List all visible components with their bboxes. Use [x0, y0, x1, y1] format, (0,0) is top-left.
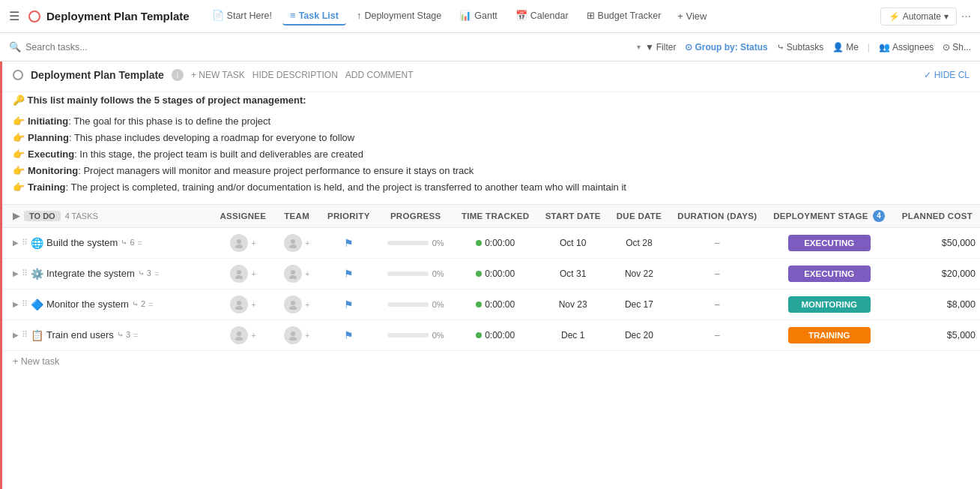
- tab-calendar[interactable]: 📅 Calendar: [508, 7, 576, 26]
- task-name-cell: ▶ ⠿ ⚙️ Integrate the system ⤷ 3 =: [2, 258, 212, 289]
- task-expand-icon[interactable]: ▶: [13, 269, 19, 278]
- task-due-date: Nov 22: [608, 258, 669, 289]
- tab-gantt[interactable]: 📊 Gantt: [452, 7, 505, 26]
- task-expand-icon[interactable]: ▶: [13, 331, 19, 339]
- task-icon: 📋: [31, 329, 43, 341]
- hamburger-icon[interactable]: ☰: [9, 9, 19, 23]
- budget-icon: ⊞: [587, 10, 595, 21]
- stage-badge[interactable]: MONITORING: [788, 296, 871, 313]
- priority-flag-icon[interactable]: ⚑: [344, 329, 354, 341]
- tab-start-here-label: Start Here!: [227, 10, 272, 21]
- show-icon: ⊙: [943, 42, 950, 52]
- stage-badge[interactable]: EXECUTING: [788, 266, 871, 282]
- drag-handle-icon[interactable]: ⠿: [22, 330, 28, 340]
- col-duration-header: DURATION (DAYS): [670, 204, 766, 227]
- show-label: Sh...: [952, 42, 971, 52]
- new-task-row[interactable]: + New task: [2, 350, 980, 372]
- add-team-button[interactable]: +: [305, 331, 309, 340]
- add-comment-button[interactable]: ADD COMMENT: [345, 70, 414, 80]
- task-assignee-cell: +: [212, 289, 274, 320]
- app-title: Deployment Plan Template: [46, 10, 190, 22]
- drag-handle-icon[interactable]: ⠿: [22, 238, 28, 248]
- assignees-button[interactable]: 👥 Assignees: [879, 42, 934, 52]
- desc-title: 🔑 This list mainly follows the 5 stages …: [13, 92, 970, 109]
- task-progress-cell: 0%: [378, 289, 453, 320]
- filter-icon: ▼: [645, 42, 654, 52]
- expand-group-icon[interactable]: ▶: [13, 211, 19, 221]
- tab-start-here[interactable]: 📄 Start Here!: [205, 7, 279, 26]
- desc-item-1: 👉 Planning: This phase includes developi…: [13, 130, 970, 146]
- add-team-button[interactable]: +: [305, 300, 309, 309]
- task-start-date: Dec 1: [537, 320, 608, 350]
- assignees-label: Assignees: [892, 42, 934, 52]
- task-duration: –: [670, 227, 766, 258]
- task-subtask-count: ⤷ 6: [121, 238, 134, 248]
- task-progress-cell: 0%: [378, 258, 453, 289]
- task-time-cell: 0:00:00: [453, 227, 537, 258]
- stage-badge[interactable]: EXECUTING: [788, 235, 871, 251]
- svg-point-14: [291, 332, 295, 336]
- task-time-cell: 0:00:00: [453, 320, 537, 350]
- svg-point-11: [289, 306, 297, 310]
- search-input[interactable]: [25, 42, 632, 52]
- stage-badge[interactable]: TRAINING: [788, 327, 871, 344]
- subtasks-icon: ⤷: [777, 42, 784, 52]
- tab-deployment-stage[interactable]: ↑ Deployment Stage: [349, 7, 449, 26]
- priority-flag-icon[interactable]: ⚑: [344, 268, 354, 280]
- drag-handle-icon[interactable]: ⠿: [22, 268, 28, 278]
- table-row: ▶ ⠿ ⚙️ Integrate the system ⤷ 3 = +: [2, 258, 980, 289]
- col-team-header: TEAM: [274, 204, 320, 227]
- hide-cl-button[interactable]: ✓ HIDE CL: [924, 70, 970, 80]
- add-team-button[interactable]: +: [305, 238, 309, 248]
- desc-item-4: 👉 Training: The project is completed, tr…: [13, 179, 970, 196]
- add-assignee-button[interactable]: +: [251, 269, 255, 278]
- drag-handle-icon[interactable]: ⠿: [22, 299, 28, 309]
- search-dropdown-icon[interactable]: ▾: [637, 43, 641, 51]
- tab-budget-tracker[interactable]: ⊞ Budget Tracker: [579, 7, 669, 26]
- group-by-button[interactable]: ⊙ Group by: Status: [685, 42, 767, 52]
- add-view-button[interactable]: + View: [671, 8, 713, 25]
- time-status-dot: [476, 271, 482, 277]
- task-expand-icon[interactable]: ▶: [13, 300, 19, 308]
- task-due-date: Oct 28: [608, 227, 669, 258]
- tab-budget-label: Budget Tracker: [598, 10, 662, 21]
- svg-point-4: [237, 270, 241, 274]
- task-menu-icon[interactable]: =: [154, 269, 159, 278]
- add-assignee-button[interactable]: +: [251, 238, 255, 248]
- hide-description-button[interactable]: HIDE DESCRIPTION: [252, 70, 338, 80]
- task-planned-cost: $50,000: [893, 227, 980, 258]
- group-icon: ⊙: [685, 42, 692, 52]
- time-status-dot: [476, 332, 482, 338]
- add-assignee-button[interactable]: +: [251, 300, 255, 309]
- top-navigation: ☰ Deployment Plan Template 📄 Start Here!…: [0, 0, 980, 33]
- new-task-button[interactable]: + NEW TASK: [191, 70, 245, 80]
- filter-label: Filter: [656, 42, 677, 52]
- project-description: 🔑 This list mainly follows the 5 stages …: [2, 92, 980, 204]
- svg-point-3: [289, 244, 297, 248]
- me-button[interactable]: 👤 Me: [832, 42, 859, 52]
- task-menu-icon[interactable]: =: [138, 238, 142, 248]
- new-task-label[interactable]: + New task: [2, 350, 980, 372]
- task-name-label: Build the system: [46, 237, 118, 248]
- time-status-dot: [476, 240, 482, 246]
- automate-button[interactable]: ⚡ Automate ▾: [880, 8, 957, 26]
- nav-more-icon[interactable]: ⋯: [961, 10, 971, 22]
- priority-flag-icon[interactable]: ⚑: [344, 237, 354, 249]
- project-info-icon[interactable]: i: [172, 69, 184, 81]
- task-team-cell: +: [274, 289, 320, 320]
- priority-flag-icon[interactable]: ⚑: [344, 298, 354, 310]
- project-name: Deployment Plan Template: [31, 69, 164, 81]
- subtasks-button[interactable]: ⤷ Subtasks: [777, 42, 823, 52]
- task-menu-icon[interactable]: =: [133, 331, 138, 340]
- task-menu-icon[interactable]: =: [148, 300, 153, 309]
- add-team-button[interactable]: +: [305, 269, 309, 278]
- task-name-cell: ▶ ⠿ 🌐 Build the system ⤷ 6 =: [2, 227, 212, 258]
- task-assignee-cell: +: [212, 320, 274, 350]
- add-assignee-button[interactable]: +: [251, 331, 255, 340]
- task-planned-cost: $20,000: [893, 258, 980, 289]
- tab-task-list[interactable]: ≡ Task List: [282, 7, 346, 26]
- show-button[interactable]: ⊙ Sh...: [943, 42, 971, 52]
- team-avatar: [284, 234, 302, 252]
- task-expand-icon[interactable]: ▶: [13, 238, 19, 247]
- filter-button[interactable]: ▼ Filter: [645, 42, 677, 52]
